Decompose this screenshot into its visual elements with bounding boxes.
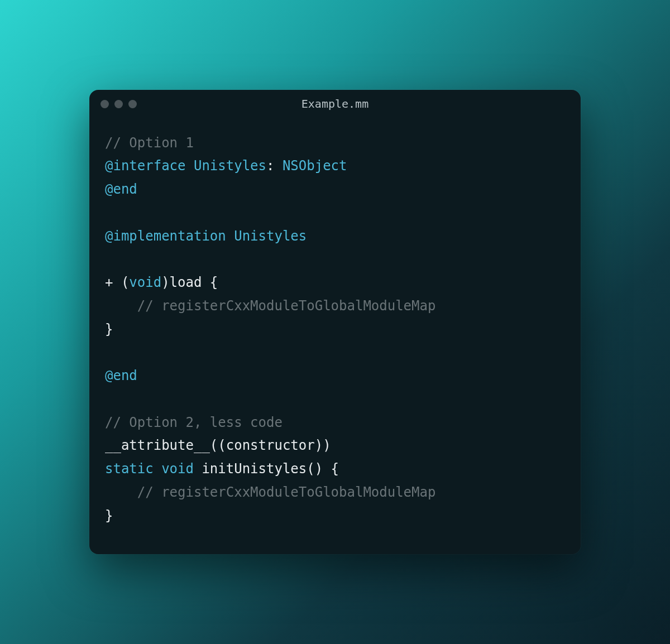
- code-keyword: static: [105, 461, 154, 477]
- minimize-icon[interactable]: [114, 100, 123, 108]
- code-keyword: void: [129, 275, 161, 290]
- code-keyword: @interface: [105, 158, 186, 174]
- code-text: }: [105, 321, 113, 337]
- traffic-lights: [100, 100, 137, 108]
- code-window: Example.mm // Option 1 @interface Unisty…: [89, 90, 581, 555]
- code-text: [154, 461, 161, 477]
- code-keyword: void: [161, 461, 194, 477]
- code-keyword: @end: [105, 181, 137, 197]
- close-icon[interactable]: [100, 100, 109, 108]
- code-type: Unistyles: [194, 158, 266, 174]
- code-comment: // Option 2, less code: [105, 415, 283, 430]
- code-text: }: [105, 508, 113, 523]
- code-text: + (: [105, 275, 129, 290]
- code-text: [226, 228, 234, 244]
- code-comment: // registerCxxModuleToGlobalModuleMap: [137, 298, 436, 314]
- code-text: initUnistyles() {: [202, 461, 339, 477]
- code-indent: [105, 484, 137, 500]
- code-keyword: @implementation: [105, 228, 226, 244]
- code-content: // Option 1 @interface Unistyles: NSObje…: [89, 113, 581, 555]
- window-title: Example.mm: [89, 97, 581, 110]
- code-indent: [105, 298, 137, 314]
- code-keyword: @end: [105, 368, 137, 383]
- code-comment: // Option 1: [105, 135, 194, 151]
- code-type: NSObject: [283, 158, 347, 174]
- code-text: [194, 461, 202, 477]
- code-text: ((constructor)): [210, 438, 331, 453]
- code-text: )load {: [161, 275, 218, 290]
- code-type: Unistyles: [234, 228, 307, 244]
- maximize-icon[interactable]: [128, 100, 137, 108]
- code-comment: // registerCxxModuleToGlobalModuleMap: [137, 484, 436, 500]
- code-text: __attribute__: [105, 438, 210, 453]
- code-text: [186, 158, 194, 174]
- code-text: :: [266, 158, 283, 174]
- window-titlebar: Example.mm: [89, 90, 581, 113]
